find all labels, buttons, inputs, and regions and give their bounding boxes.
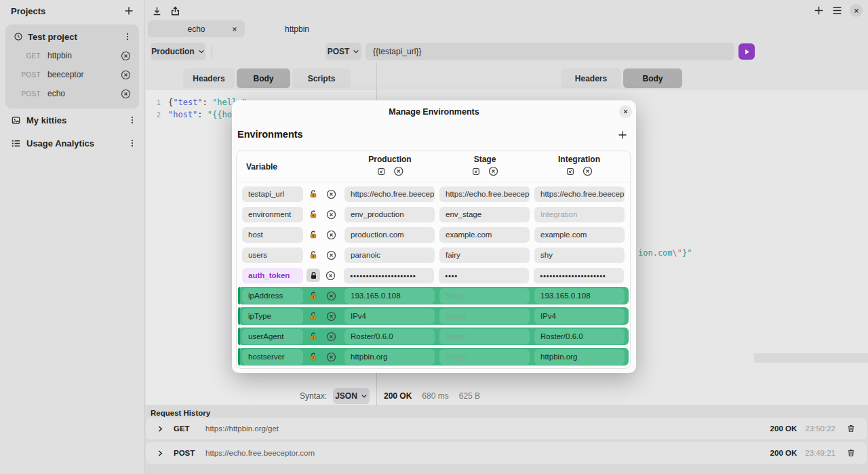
variable-name-input[interactable]: hostserver xyxy=(242,349,303,365)
trash-icon[interactable] xyxy=(846,448,856,458)
delete-environment-icon[interactable] xyxy=(583,166,593,176)
delete-variable-icon[interactable] xyxy=(326,332,336,342)
history-row[interactable]: POSThttps://echo.free.beeceptor.com200 O… xyxy=(146,442,867,464)
duplicate-environment-icon[interactable] xyxy=(376,166,386,176)
delete-variable-icon[interactable] xyxy=(326,230,336,240)
window-close-icon[interactable] xyxy=(850,4,863,17)
environment-select[interactable]: Production xyxy=(151,43,205,60)
lock-open-icon[interactable] xyxy=(308,291,319,300)
kebab-menu-icon[interactable] xyxy=(127,115,137,125)
variable-value-input-production[interactable]: https://echo.free.beecepto xyxy=(344,186,435,202)
menu-icon[interactable] xyxy=(831,5,843,16)
url-input[interactable]: {{testapi_url}} xyxy=(366,43,734,60)
variable-value-input-integration[interactable]: Roster/0.6.0 xyxy=(534,329,625,344)
variable-value-input-production[interactable]: httpbin.org xyxy=(344,349,435,365)
method-select[interactable]: POST xyxy=(326,43,361,60)
delete-variable-icon[interactable] xyxy=(326,250,336,260)
add-environment-icon[interactable] xyxy=(617,130,628,140)
variable-value-input-stage[interactable]: fairy xyxy=(439,248,530,263)
variable-name-input[interactable]: userAgent xyxy=(242,329,303,344)
add-project-icon[interactable] xyxy=(123,5,134,16)
tab-request-scripts[interactable]: Scripts xyxy=(292,68,351,88)
delete-variable-icon[interactable] xyxy=(326,210,336,220)
lock-open-icon[interactable] xyxy=(308,250,319,260)
tab-request-body[interactable]: Body xyxy=(237,68,290,88)
tab-echo[interactable]: echo xyxy=(148,20,245,37)
expand-row-icon[interactable] xyxy=(157,425,164,433)
variable-name-input[interactable]: users xyxy=(242,248,303,263)
delete-variable-icon[interactable] xyxy=(326,271,336,281)
share-icon[interactable] xyxy=(169,5,181,17)
variable-name-input[interactable]: ipType xyxy=(242,309,303,324)
variable-value-input-integration[interactable]: shy xyxy=(534,248,625,263)
modal-close-icon[interactable] xyxy=(619,105,632,118)
variable-value-input-integration[interactable]: ●●●●●●●●●●●●●●●●●●●●● xyxy=(534,268,624,283)
variable-value-input-production[interactable]: ●●●●●●●●●●●●●●●●●●●●● xyxy=(344,268,434,283)
remove-request-icon[interactable] xyxy=(121,51,131,61)
variable-name-input[interactable]: testapi_url xyxy=(242,186,303,202)
variable-value-input-production[interactable]: paranoic xyxy=(344,248,435,263)
remove-request-icon[interactable] xyxy=(121,89,131,99)
lock-open-icon[interactable] xyxy=(308,352,319,361)
close-tab-icon[interactable] xyxy=(231,26,238,33)
variable-value-input-integration[interactable]: IPv4 xyxy=(534,309,625,324)
project-header[interactable]: Test project xyxy=(5,27,139,46)
remove-request-icon[interactable] xyxy=(121,70,131,80)
sidebar-section-usage-analytics[interactable]: Usage Analytics xyxy=(0,133,144,153)
trash-icon[interactable] xyxy=(846,424,856,433)
sidebar-item-httpbin[interactable]: GEThttpbin xyxy=(5,46,139,65)
duplicate-environment-icon[interactable] xyxy=(566,166,575,176)
sidebar-section-my-kitties[interactable]: My kitties xyxy=(0,110,144,130)
expand-row-icon[interactable] xyxy=(157,450,164,457)
lock-open-icon[interactable] xyxy=(308,332,319,341)
variable-value-input-production[interactable]: Roster/0.6.0 xyxy=(344,329,435,344)
kebab-menu-icon[interactable] xyxy=(127,138,137,148)
delete-variable-icon[interactable] xyxy=(326,291,336,301)
tab-request-headers[interactable]: Headers xyxy=(183,68,235,88)
variable-value-input-production[interactable]: IPv4 xyxy=(344,309,435,324)
lock-open-icon[interactable] xyxy=(308,210,319,219)
lock-open-icon[interactable] xyxy=(308,311,319,321)
download-icon[interactable] xyxy=(151,5,163,17)
tab-response-body[interactable]: Body xyxy=(623,68,682,88)
variable-value-input-stage[interactable]: ●●●● xyxy=(439,268,529,283)
variable-value-input-integration[interactable]: httpbin.org xyxy=(534,349,625,365)
modal-title: Manage Environments xyxy=(232,107,636,117)
sidebar-item-beeceptor[interactable]: POSTbeeceptor xyxy=(5,65,139,84)
variable-value-input-stage[interactable]: Stage xyxy=(439,288,530,304)
delete-environment-icon[interactable] xyxy=(488,166,498,176)
tab-response-headers[interactable]: Headers xyxy=(561,68,621,88)
lock-open-icon[interactable] xyxy=(308,230,319,239)
variable-name-input[interactable]: auth_token xyxy=(242,268,303,283)
variable-value-input-stage[interactable]: https://echo.free.beecepto xyxy=(439,186,530,202)
lock-closed-icon[interactable] xyxy=(307,269,320,282)
variable-value-input-integration[interactable]: example.com xyxy=(534,227,625,243)
lock-open-icon[interactable] xyxy=(308,189,319,199)
variable-value-input-production[interactable]: production.com xyxy=(344,227,435,243)
variable-name-input[interactable]: ipAddress xyxy=(242,288,303,304)
history-row[interactable]: GEThttps://httpbin.org/get200 OK23:50:22 xyxy=(146,418,867,439)
variable-value-input-production[interactable]: env_production xyxy=(344,207,435,222)
variable-name-input[interactable]: host xyxy=(242,227,303,243)
add-tab-icon[interactable] xyxy=(813,5,825,16)
syntax-select[interactable]: JSON xyxy=(333,388,370,404)
variable-value-input-stage[interactable]: Stage xyxy=(439,309,530,324)
delete-variable-icon[interactable] xyxy=(326,311,336,321)
variable-value-input-stage[interactable]: Stage xyxy=(439,349,530,365)
tab-httpbin[interactable]: httpbin xyxy=(248,20,346,37)
variable-value-input-integration[interactable]: Integration xyxy=(534,207,625,222)
send-button[interactable] xyxy=(738,43,755,60)
sidebar-item-echo[interactable]: POSTecho xyxy=(5,84,139,103)
kebab-menu-icon[interactable] xyxy=(123,32,132,41)
delete-variable-icon[interactable] xyxy=(326,352,336,362)
variable-name-input[interactable]: environment xyxy=(242,207,303,222)
variable-value-input-production[interactable]: 193.165.0.108 xyxy=(344,288,435,304)
variable-value-input-integration[interactable]: https://echo.free.beecepto xyxy=(534,186,625,202)
variable-value-input-stage[interactable]: env_stage xyxy=(439,207,530,222)
delete-variable-icon[interactable] xyxy=(326,189,336,199)
delete-environment-icon[interactable] xyxy=(393,166,403,176)
variable-value-input-integration[interactable]: 193.165.0.108 xyxy=(534,288,625,304)
duplicate-environment-icon[interactable] xyxy=(471,166,481,176)
variable-value-input-stage[interactable]: Stage xyxy=(439,329,530,344)
variable-value-input-stage[interactable]: example.com xyxy=(439,227,530,243)
